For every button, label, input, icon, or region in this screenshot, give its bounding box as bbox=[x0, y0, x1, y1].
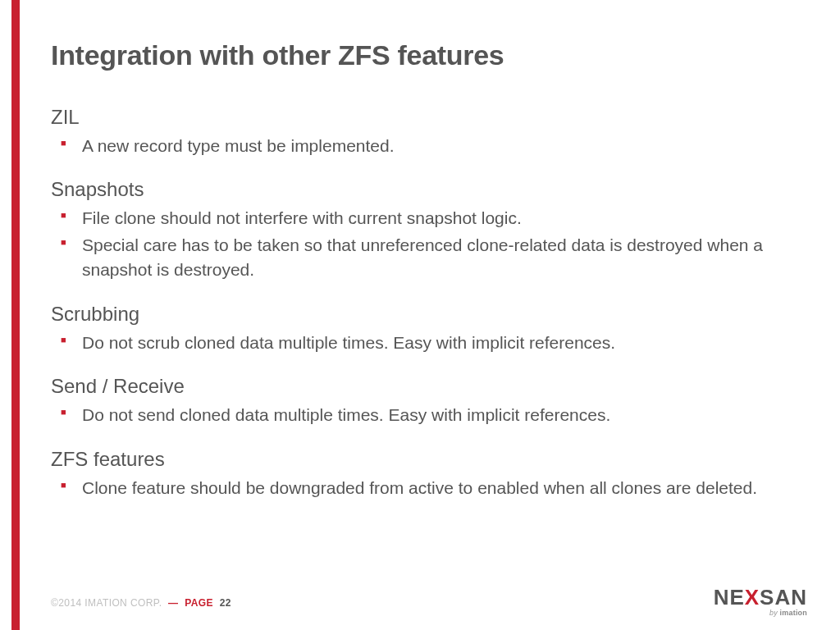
section-heading: Snapshots bbox=[51, 178, 801, 201]
bullet-item: A new record type must be implemented. bbox=[82, 134, 801, 158]
logo-subtext: by imation bbox=[714, 609, 807, 617]
section-zil: ZIL A new record type must be implemente… bbox=[51, 106, 801, 158]
bullet-item: Do not scrub cloned data multiple times.… bbox=[82, 331, 801, 355]
page-number: 22 bbox=[217, 597, 231, 609]
section-send-receive: Send / Receive Do not send cloned data m… bbox=[51, 375, 801, 427]
bullet-item: File clone should not interfere with cur… bbox=[82, 206, 801, 231]
section-heading: Send / Receive bbox=[51, 375, 801, 398]
logo-sub-brand: imation bbox=[780, 609, 807, 617]
copyright: ©2014 IMATION CORP. bbox=[51, 597, 162, 609]
bullet-item: Clone feature should be downgraded from … bbox=[82, 476, 801, 500]
section-scrubbing: Scrubbing Do not scrub cloned data multi… bbox=[51, 303, 801, 355]
bullet-list: File clone should not interfere with cur… bbox=[51, 206, 801, 282]
bullet-list: Do not scrub cloned data multiple times.… bbox=[51, 331, 801, 355]
section-heading: ZFS features bbox=[51, 448, 801, 471]
slide-title: Integration with other ZFS features bbox=[51, 39, 801, 71]
bullet-list: A new record type must be implemented. bbox=[51, 134, 801, 158]
nexsan-logo: NEXSAN by imation bbox=[714, 587, 807, 617]
logo-part-ne: NE bbox=[714, 585, 745, 609]
page-label: PAGE bbox=[185, 597, 213, 609]
section-snapshots: Snapshots File clone should not interfer… bbox=[51, 178, 801, 282]
logo-part-x: X bbox=[745, 585, 760, 609]
footer-dash: — bbox=[165, 597, 181, 609]
slide-content: Integration with other ZFS features ZIL … bbox=[51, 39, 801, 520]
bullet-list: Clone feature should be downgraded from … bbox=[51, 476, 801, 500]
section-heading: ZIL bbox=[51, 106, 801, 129]
bullet-item: Do not send cloned data multiple times. … bbox=[82, 403, 801, 427]
bullet-item: Special care has to be taken so that unr… bbox=[82, 233, 801, 283]
accent-bar bbox=[11, 0, 20, 630]
logo-text: NEXSAN bbox=[714, 587, 807, 608]
section-zfs-features: ZFS features Clone feature should be dow… bbox=[51, 448, 801, 500]
bullet-list: Do not send cloned data multiple times. … bbox=[51, 403, 801, 427]
footer: ©2014 IMATION CORP. — PAGE 22 bbox=[51, 597, 231, 609]
section-heading: Scrubbing bbox=[51, 303, 801, 326]
logo-sub-by: by bbox=[769, 609, 780, 617]
logo-part-san: SAN bbox=[760, 585, 807, 609]
